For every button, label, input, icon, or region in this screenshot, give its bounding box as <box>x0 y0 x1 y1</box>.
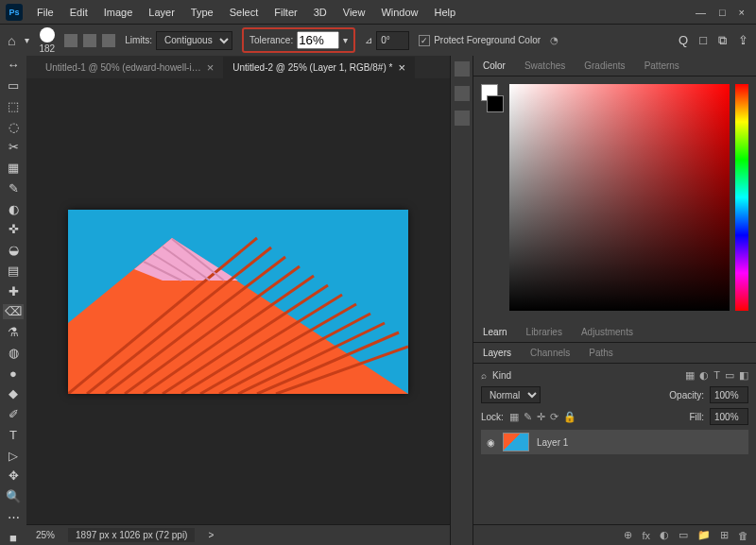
tool-heal[interactable]: ◐ <box>3 201 24 216</box>
arrange-icon[interactable]: □ <box>699 33 707 48</box>
close-icon[interactable]: × <box>398 60 405 75</box>
tool-eyedropper[interactable]: ✎ <box>3 181 24 196</box>
menu-3d[interactable]: 3D <box>306 4 335 21</box>
search-icon[interactable]: Q <box>679 33 688 48</box>
tool-background-eraser[interactable]: ⌫ <box>3 304 24 319</box>
color-field[interactable] <box>509 84 730 311</box>
lock-pixels-icon[interactable]: ▦ <box>509 411 519 423</box>
menu-edit[interactable]: Edit <box>62 4 95 21</box>
visibility-icon[interactable]: ◉ <box>487 437 495 448</box>
menu-image[interactable]: Image <box>96 4 141 21</box>
lock-all-icon[interactable]: 🔒 <box>563 411 576 423</box>
tool-hand[interactable]: ✥ <box>3 468 24 484</box>
window-close[interactable]: × <box>739 7 745 18</box>
tool-frame[interactable]: ▦ <box>3 161 24 176</box>
tool-move[interactable]: ↔ <box>3 58 24 73</box>
tool-zoom[interactable]: 🔍 <box>3 489 24 504</box>
filter-type-icon[interactable]: T <box>713 369 720 382</box>
window-maximize[interactable]: □ <box>719 7 726 18</box>
angle-input[interactable] <box>376 31 409 50</box>
brush-pressure-icon[interactable] <box>83 34 96 47</box>
mini-panel-3[interactable] <box>455 111 470 126</box>
tab-gradients[interactable]: Gradients <box>575 58 634 74</box>
filter-adjust-icon[interactable]: ◐ <box>699 369 709 382</box>
menu-help[interactable]: Help <box>427 4 464 21</box>
menu-filter[interactable]: Filter <box>266 4 304 21</box>
tab-paths[interactable]: Paths <box>579 345 623 361</box>
opacity-input[interactable] <box>710 386 748 403</box>
tool-colors[interactable]: ■ <box>3 530 24 545</box>
tab-libraries[interactable]: Libraries <box>517 324 572 340</box>
tool-dodge[interactable]: ● <box>3 366 24 381</box>
tool-preset-arrow-icon[interactable]: ▾ <box>25 35 29 45</box>
mini-panel-1[interactable] <box>455 61 470 77</box>
mask-icon[interactable]: ◐ <box>660 529 669 541</box>
tool-more[interactable]: ⋯ <box>3 510 24 525</box>
tab-adjustments[interactable]: Adjustments <box>572 324 643 340</box>
doc-info[interactable]: 1897 px x 1026 px (72 ppi) <box>68 528 195 542</box>
link-layers-icon[interactable]: ⊕ <box>624 529 632 541</box>
lock-brush-icon[interactable]: ✎ <box>524 411 532 423</box>
doc-tab-1[interactable]: Untitled-1 @ 50% (edward-howell-i… × <box>36 57 223 78</box>
filter-smart-icon[interactable]: ◧ <box>739 369 748 382</box>
brush-airbrush-icon[interactable] <box>102 34 115 47</box>
workspace-icon[interactable]: ⧉ <box>718 33 727 48</box>
tool-shape[interactable]: ▷ <box>3 448 24 463</box>
tolerance-input[interactable] <box>297 31 339 49</box>
brush-settings-icon[interactable] <box>64 34 77 47</box>
tool-gradient[interactable]: ⚗ <box>3 325 24 340</box>
tool-eraser[interactable]: ✚ <box>3 283 24 298</box>
fill-input[interactable] <box>710 408 748 425</box>
background-color[interactable] <box>487 95 504 112</box>
layer-name[interactable]: Layer 1 <box>537 437 568 448</box>
menu-type[interactable]: Type <box>183 4 221 21</box>
tool-marquee[interactable]: ▭ <box>3 78 24 94</box>
brush-options-icons[interactable] <box>64 34 115 47</box>
protect-checkbox[interactable]: ✓ <box>419 35 430 46</box>
tool-stamp[interactable]: ◒ <box>3 243 24 258</box>
hue-slider[interactable] <box>735 84 748 311</box>
brush-preview[interactable]: 182 <box>39 27 55 54</box>
mini-panel-2[interactable] <box>455 86 470 101</box>
tool-pen[interactable]: ◆ <box>3 386 24 401</box>
lock-artboard-icon[interactable]: ⟳ <box>550 411 558 423</box>
share-icon[interactable]: ⇪ <box>738 33 748 48</box>
limits-select[interactable]: Contiguous <box>156 31 232 50</box>
menu-file[interactable]: File <box>29 4 61 21</box>
trash-icon[interactable]: 🗑 <box>738 530 748 541</box>
tool-path[interactable]: T <box>3 428 24 443</box>
fg-bg-swatches[interactable] <box>481 84 504 315</box>
lock-position-icon[interactable]: ✛ <box>537 411 545 423</box>
tool-type[interactable]: ✐ <box>3 407 24 422</box>
tool-lasso[interactable]: ⬚ <box>3 99 24 114</box>
group-icon[interactable]: 📁 <box>697 529 711 541</box>
close-icon[interactable]: × <box>207 60 215 75</box>
blend-mode-select[interactable]: Normal <box>481 386 541 403</box>
tab-layers[interactable]: Layers <box>473 345 521 361</box>
filter-pixel-icon[interactable]: ▦ <box>685 369 695 382</box>
layer-thumbnail[interactable] <box>503 433 529 451</box>
tool-blur[interactable]: ◍ <box>3 346 24 361</box>
tool-history-brush[interactable]: ▤ <box>3 264 24 279</box>
tool-brush[interactable]: ✜ <box>3 222 24 237</box>
document-canvas[interactable] <box>68 210 408 394</box>
zoom-value[interactable]: 25% <box>36 530 55 540</box>
filter-shape-icon[interactable]: ▭ <box>725 369 734 382</box>
menu-select[interactable]: Select <box>222 4 266 21</box>
tool-crop[interactable]: ✂ <box>3 140 24 155</box>
home-icon[interactable]: ⌂ <box>8 33 15 48</box>
layer-row[interactable]: ◉ Layer 1 <box>481 430 748 454</box>
menu-view[interactable]: View <box>335 4 373 21</box>
menu-window[interactable]: Window <box>373 4 425 21</box>
new-layer-icon[interactable]: ⊞ <box>720 529 729 541</box>
tab-swatches[interactable]: Swatches <box>515 58 575 74</box>
tolerance-arrow-icon[interactable]: ▾ <box>343 35 348 45</box>
window-minimize[interactable]: — <box>696 7 706 18</box>
canvas-viewport[interactable] <box>26 78 450 524</box>
tab-patterns[interactable]: Patterns <box>635 58 689 74</box>
layer-filter-icons[interactable]: ▦ ◐ T ▭ ◧ <box>685 369 748 382</box>
pen-pressure-icon[interactable]: ◔ <box>550 35 558 45</box>
menu-layer[interactable]: Layer <box>141 4 182 21</box>
fx-icon[interactable]: fx <box>642 530 650 541</box>
tab-channels[interactable]: Channels <box>521 345 579 361</box>
